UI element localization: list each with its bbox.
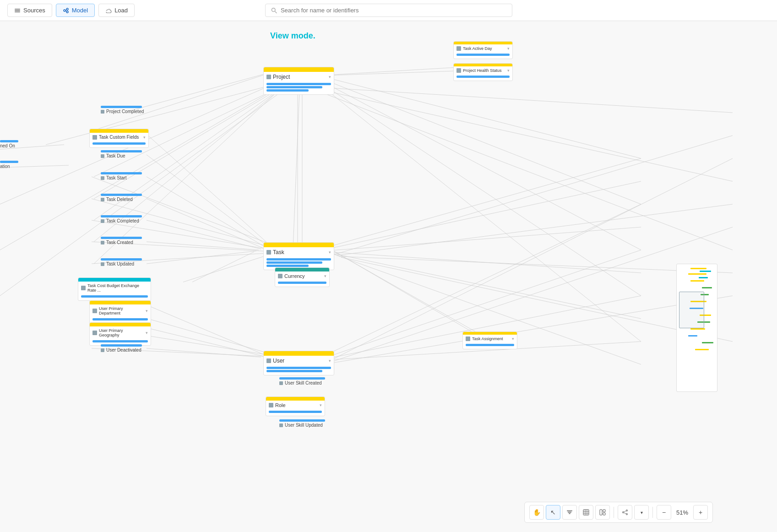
role-node[interactable]: Role ▾	[266, 396, 325, 416]
user-primary-geography-label: User Primary Geography	[99, 328, 144, 337]
task-assignment-label: Task Assignment	[472, 337, 503, 341]
select-tool-button[interactable]: ↖	[546, 505, 560, 520]
node-icon	[101, 262, 104, 266]
share-dropdown-button[interactable]: ▾	[634, 505, 649, 520]
plus-icon: +	[699, 509, 702, 516]
svg-line-9	[275, 11, 277, 13]
connections-svg	[0, 21, 777, 532]
svg-line-50	[339, 256, 733, 273]
svg-line-49	[337, 204, 733, 255]
task-deleted-node[interactable]: Task Deleted	[101, 194, 142, 202]
currency-node[interactable]: Currency ▾	[275, 267, 330, 287]
node-icon	[279, 423, 283, 427]
svg-point-88	[626, 510, 628, 511]
svg-line-25	[92, 220, 279, 251]
canvas: View mode. ned On ation Project Complete…	[0, 21, 777, 532]
search-input[interactable]	[281, 7, 506, 14]
project-label: Project	[273, 74, 290, 80]
node-icon	[81, 286, 86, 290]
svg-line-59	[0, 71, 302, 204]
svg-line-65	[147, 155, 268, 246]
layout-tool-button[interactable]	[595, 505, 610, 520]
task-completed-node[interactable]: Task Completed	[101, 215, 142, 223]
user-node[interactable]: User ▾	[263, 351, 334, 375]
project-node[interactable]: Project ▾	[263, 67, 334, 95]
node-icon	[456, 68, 461, 73]
project-completed-label: Project Completed	[106, 109, 144, 114]
sources-button[interactable]: Sources	[7, 4, 52, 17]
share-tool-button[interactable]	[618, 505, 632, 520]
node-icon	[92, 331, 97, 335]
svg-line-33	[332, 250, 481, 337]
svg-line-35	[321, 78, 641, 204]
svg-line-43	[323, 181, 641, 250]
svg-line-71	[192, 252, 254, 282]
zoom-level: 51%	[673, 509, 691, 516]
node-icon	[456, 46, 461, 51]
zoom-out-button[interactable]: −	[657, 505, 671, 520]
left-node-2: ation	[0, 161, 18, 169]
svg-line-56	[330, 158, 733, 361]
task-node[interactable]: Task ▾	[263, 242, 334, 270]
task-active-day-node[interactable]: Task Active Day ▾	[453, 41, 513, 59]
svg-rect-77	[568, 512, 571, 513]
user-primary-geography-node[interactable]: User Primary Geography ▾	[89, 322, 151, 346]
task-updated-node[interactable]: Task Updated	[101, 258, 142, 266]
svg-line-37	[321, 83, 641, 296]
task-due-label: Task Due	[106, 153, 125, 158]
hand-icon: ✋	[533, 509, 541, 516]
user-primary-department-node[interactable]: User Primary Department ▾	[89, 300, 151, 324]
task-start-label: Task Start	[106, 175, 126, 180]
model-button[interactable]: Model	[56, 4, 95, 17]
load-button[interactable]: Load	[98, 4, 135, 17]
svg-rect-1	[15, 10, 20, 11]
bottom-toolbar: ✋ ↖	[524, 502, 713, 523]
svg-line-48	[334, 136, 733, 255]
svg-line-39	[321, 87, 733, 113]
layout-icon	[599, 509, 606, 516]
task-active-day-label: Task Active Day	[463, 46, 492, 51]
minus-icon: −	[662, 509, 666, 516]
table-icon	[583, 509, 589, 516]
svg-point-5	[66, 11, 68, 13]
svg-point-87	[623, 512, 624, 513]
node-icon	[279, 381, 283, 385]
node-icon	[92, 135, 97, 140]
svg-point-3	[64, 10, 65, 11]
svg-line-15	[128, 74, 266, 111]
task-cost-budget-label: Task Cost Budget Exchange Rate ...	[87, 283, 148, 293]
project-completed-node[interactable]: Project Completed	[101, 106, 144, 114]
node-icon	[101, 176, 104, 180]
svg-line-72	[147, 305, 266, 355]
role-label: Role	[275, 402, 286, 408]
search-bar[interactable]	[265, 4, 512, 17]
svg-line-54	[325, 296, 641, 359]
svg-line-45	[327, 252, 641, 273]
svg-line-17	[46, 78, 298, 145]
sources-label: Sources	[23, 7, 45, 14]
zoom-in-button[interactable]: +	[693, 505, 708, 520]
load-label: Load	[114, 7, 128, 14]
user-skill-created-node[interactable]: User Skill Created	[279, 377, 325, 385]
project-health-status-node[interactable]: Project Health Status ▾	[453, 63, 513, 81]
hand-tool-button[interactable]: ✋	[529, 505, 544, 520]
svg-line-44	[325, 227, 641, 251]
task-custom-fields-node[interactable]: Task Custom Fields ▾	[89, 129, 149, 148]
task-start-node[interactable]: Task Start	[101, 172, 142, 180]
task-assignment-node[interactable]: Task Assignment ▾	[462, 331, 517, 349]
user-deactivated-label: User Deactivated	[106, 347, 141, 353]
minimap-panel	[676, 264, 717, 392]
chevron-down-icon: ▾	[641, 510, 643, 515]
user-deactivated-node[interactable]: User Deactivated	[101, 344, 142, 353]
svg-line-16	[92, 75, 263, 131]
node-icon	[269, 403, 273, 407]
filter-tool-button[interactable]	[562, 505, 577, 520]
task-due-node[interactable]: Task Due	[101, 150, 142, 158]
table-tool-button[interactable]	[579, 505, 593, 520]
task-cost-budget-node[interactable]: Task Cost Budget Exchange Rate ...	[78, 277, 151, 301]
node-icon	[101, 348, 104, 352]
user-skill-updated-node[interactable]: User Skill Updated	[279, 419, 325, 428]
node-icon	[278, 274, 283, 278]
node-icon	[266, 358, 271, 363]
task-created-node[interactable]: Task Created	[101, 237, 142, 245]
